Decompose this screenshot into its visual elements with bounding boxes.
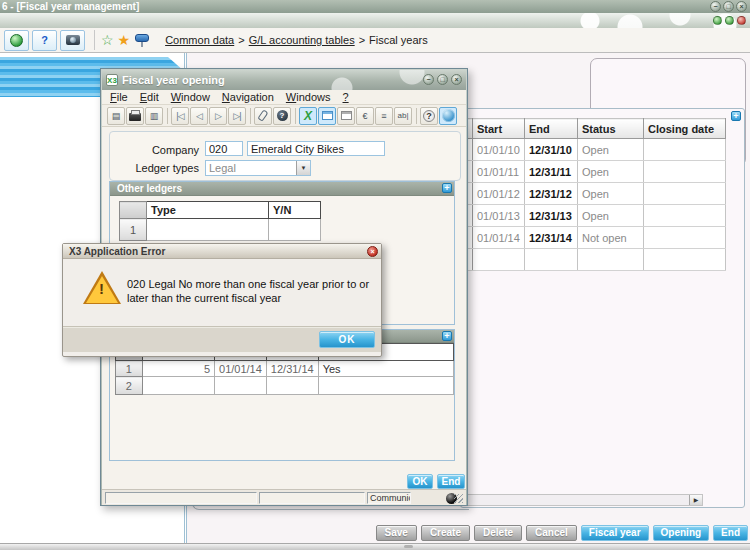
grid-header-row: Type Y/N [120, 202, 321, 219]
export-button[interactable]: ▥ [145, 107, 163, 125]
dialog-titlebar[interactable]: X3 Fiscal year opening − □ × [102, 70, 466, 90]
globe-icon [442, 109, 455, 122]
close-button[interactable]: × [736, 1, 747, 12]
currency-edit-button[interactable]: € [356, 107, 374, 125]
scroll-right-icon[interactable]: ▶ [689, 495, 702, 505]
main-window-title: 6 - [Fiscal year management] [2, 1, 139, 12]
error-ok-button[interactable]: OK [319, 331, 375, 348]
table-row[interactable]: 01/01/11 12/31/11 Open [464, 161, 726, 183]
application-screen: 6 - [Fiscal year management] − □ × ? ☆ ★… [0, 0, 750, 550]
text-field-button[interactable]: ab| [394, 107, 412, 125]
col-status[interactable]: Status [578, 119, 644, 139]
last-record-button[interactable]: ▷| [228, 107, 246, 125]
status-field-communication: Communic [367, 492, 411, 504]
minimize-button[interactable]: − [710, 1, 721, 12]
dialog-ok-button[interactable]: OK [407, 474, 433, 489]
next-record-button[interactable]: ▷ [209, 107, 227, 125]
about-button[interactable]: ? [420, 107, 438, 125]
table-row[interactable]: 01/01/13 12/31/13 Open [464, 205, 726, 227]
session-close-icon[interactable] [737, 16, 746, 25]
delete-button[interactable]: Delete [474, 525, 522, 541]
menu-window[interactable]: Window [171, 91, 210, 103]
secondary-bar [0, 13, 750, 28]
table-row[interactable]: 01/01/10 12/31/10 Open [464, 139, 726, 161]
end-button[interactable]: End [713, 525, 748, 541]
grid-row[interactable]: 2 [116, 377, 454, 395]
col-type[interactable]: Type [147, 202, 269, 219]
dialog-end-button[interactable]: End [437, 474, 465, 489]
opening-button[interactable]: Opening [653, 525, 710, 541]
chevron-down-icon[interactable]: ▼ [296, 161, 310, 175]
start-date-cell[interactable]: 01/01/14 [215, 361, 267, 377]
copy-window-button[interactable] [337, 107, 355, 125]
company-name-field[interactable]: Emerald City Bikes [247, 141, 385, 156]
snapshot-button[interactable] [60, 30, 85, 51]
web-button[interactable] [439, 107, 457, 125]
menu-file[interactable]: File [110, 91, 128, 103]
previous-record-button[interactable]: ◁ [190, 107, 208, 125]
menu-help[interactable]: ? [343, 91, 349, 103]
grid-row[interactable]: 1 5 01/01/14 12/31/14 Yes [116, 361, 454, 377]
menu-edit[interactable]: Edit [140, 91, 159, 103]
save-button[interactable]: Save [376, 525, 417, 541]
col-end[interactable]: End [525, 119, 578, 139]
company-code-field[interactable]: 020 [205, 141, 243, 156]
help-button[interactable]: ? [32, 30, 57, 51]
window-view-button[interactable] [318, 107, 336, 125]
print-button[interactable] [126, 107, 144, 125]
assistance-button[interactable]: ? [273, 107, 291, 125]
col-closing-date[interactable]: Closing date [644, 119, 726, 139]
breadcrumb-common-data[interactable]: Common data [165, 34, 234, 46]
x3-selection-button[interactable]: X [299, 107, 317, 125]
breadcrumb: Common data>G/L accounting tables>Fiscal… [165, 34, 428, 46]
period-count-cell[interactable]: 5 [142, 361, 215, 377]
toolbar-separator [295, 108, 296, 124]
menu-windows[interactable]: Windows [286, 91, 331, 103]
menu-navigation[interactable]: Navigation [222, 91, 274, 103]
flag-cell[interactable]: Yes [318, 361, 453, 377]
list-view-button[interactable]: ≡ [375, 107, 393, 125]
breadcrumb-gl-accounting-tables[interactable]: G/L accounting tables [249, 34, 355, 46]
error-dialog-titlebar[interactable]: X3 Application Error × [63, 244, 381, 259]
cancel-button[interactable]: Cancel [526, 525, 577, 541]
signpost-icon[interactable] [134, 33, 149, 47]
table-row[interactable]: 01/01/14 12/31/14 Not open [464, 227, 726, 249]
splitter-notch[interactable] [404, 545, 413, 548]
col-start[interactable]: Start [473, 119, 525, 139]
dialog-minimize-button[interactable]: − [423, 74, 434, 85]
panel-expand-icon[interactable]: + [442, 183, 452, 193]
dialog-restore-button[interactable]: □ [437, 74, 448, 85]
type-cell[interactable] [147, 219, 269, 241]
panel-expand-icon[interactable]: + [731, 111, 741, 121]
toolbar-separator [94, 30, 95, 50]
table-row-empty[interactable] [464, 249, 726, 271]
first-record-button[interactable]: |◁ [171, 107, 189, 125]
favorite-add-icon[interactable]: ☆ [101, 33, 114, 47]
toolbar-separator [250, 108, 251, 124]
session-minimize-icon[interactable] [713, 16, 722, 25]
favorites-icon[interactable]: ★ [118, 33, 131, 47]
dialog-close-button[interactable]: × [451, 74, 462, 85]
home-button[interactable] [4, 30, 29, 51]
table-row[interactable]: 01/01/12 12/31/12 Open [464, 183, 726, 205]
attachment-button[interactable] [254, 107, 272, 125]
error-dialog-title: X3 Application Error [69, 246, 165, 257]
session-restore-icon[interactable] [725, 16, 734, 25]
ledger-types-dropdown[interactable]: Legal ▼ [205, 160, 311, 176]
panel-expand-icon[interactable]: + [442, 331, 452, 341]
new-record-button[interactable]: ▤ [107, 107, 125, 125]
yn-cell[interactable] [269, 219, 321, 241]
status-field-1 [105, 492, 257, 504]
create-button[interactable]: Create [421, 525, 470, 541]
restore-button[interactable]: □ [723, 1, 734, 12]
fiscal-year-button[interactable]: Fiscal year [581, 525, 649, 541]
error-close-icon[interactable]: × [367, 246, 378, 257]
end-date-cell[interactable]: 12/31/14 [266, 361, 318, 377]
text-field-icon: ab| [398, 111, 409, 120]
export-icon: ▥ [150, 111, 159, 121]
main-toolbar: ? ☆ ★ Common data>G/L accounting tables>… [0, 28, 750, 53]
col-yn[interactable]: Y/N [269, 202, 321, 219]
grid-row[interactable]: 1 [120, 219, 321, 241]
horizontal-scrollbar[interactable]: ▶ [463, 494, 703, 506]
resize-grip[interactable] [454, 494, 463, 503]
